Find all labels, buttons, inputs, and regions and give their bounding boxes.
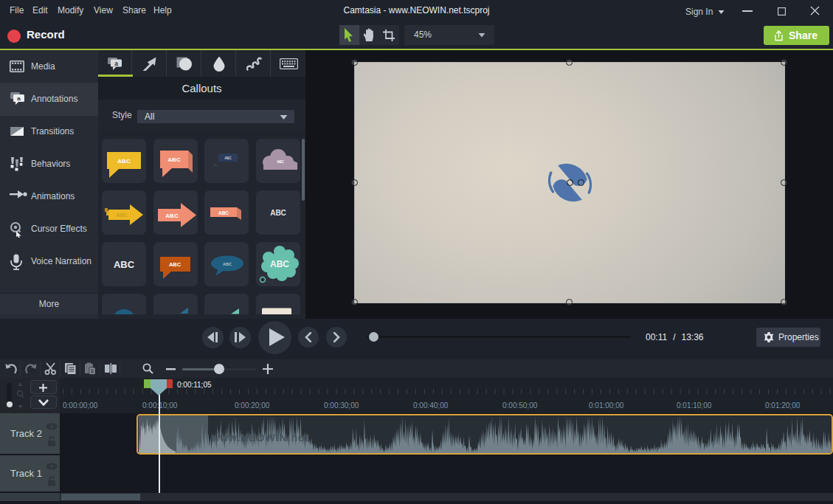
svg-text:a: a — [114, 60, 118, 67]
svg-text:ABC: ABC — [116, 213, 127, 218]
svg-text:ABC: ABC — [114, 259, 135, 270]
svg-text:ABC: ABC — [277, 160, 284, 164]
svg-text:ABC: ABC — [169, 261, 182, 268]
svg-text:ABC: ABC — [167, 156, 181, 163]
svg-text:ABC: ABC — [218, 210, 229, 215]
svg-text:ABC: ABC — [270, 259, 289, 269]
svg-text:ABC: ABC — [223, 262, 232, 266]
svg-text:ABC: ABC — [224, 156, 232, 160]
svg-text:ABC: ABC — [270, 209, 286, 217]
svg-text:a: a — [17, 95, 21, 102]
svg-text:ABC: ABC — [117, 158, 131, 165]
svg-text:ABC: ABC — [165, 213, 179, 219]
